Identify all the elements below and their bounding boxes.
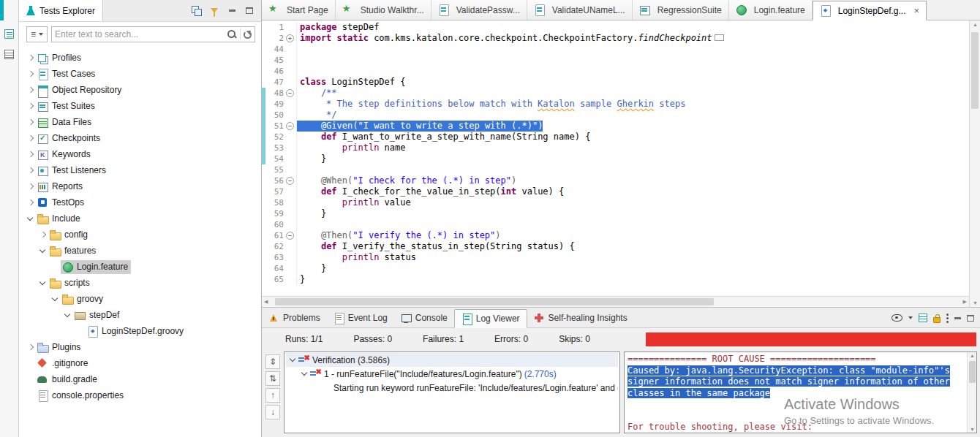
- tree-item-body[interactable]: .gitignore: [36, 357, 91, 370]
- collapse-all-button[interactable]: [189, 3, 204, 19]
- log-tree-panel[interactable]: Verification (3.586s)1 - runFeatureFile(…: [284, 352, 620, 433]
- tree-item-plugins[interactable]: Plugins: [19, 339, 261, 355]
- restore-grid-button[interactable]: [2, 47, 17, 61]
- tree-item-body[interactable]: config: [48, 228, 91, 242]
- editor-tab-validateunamel[interactable]: ValidateUNameL...: [527, 0, 633, 20]
- tree-item-body[interactable]: groovy: [61, 292, 106, 306]
- code-line[interactable]: 53 println name: [262, 142, 969, 153]
- search-icon[interactable]: [227, 29, 237, 39]
- tree-item-include[interactable]: Include: [19, 210, 261, 227]
- chevron-down-icon[interactable]: [25, 213, 36, 224]
- code-line[interactable]: 44: [262, 44, 969, 55]
- code-line[interactable]: 51− @Given("I want to write a step with …: [262, 121, 969, 132]
- editor-tab-login-feature[interactable]: Login.feature: [729, 0, 813, 20]
- console-scrollbar[interactable]: ▲ ▼: [967, 352, 976, 433]
- tree-item-scripts[interactable]: scripts: [19, 275, 261, 291]
- tree-item-body[interactable]: Reports: [36, 180, 86, 194]
- restore-explorer-button[interactable]: [2, 26, 17, 41]
- tree-item-groovy[interactable]: groovy: [19, 291, 261, 307]
- log-detail-panel[interactable]: =============== ROOT CAUSE =============…: [624, 352, 977, 433]
- chevron-down-icon[interactable]: [37, 278, 48, 289]
- tree-item-body[interactable]: Keywords: [36, 148, 94, 162]
- filter-button[interactable]: [207, 3, 222, 19]
- code-line[interactable]: 59 }: [262, 208, 969, 219]
- code-line[interactable]: 56− @When("I check for the (.*) in step"…: [262, 175, 969, 186]
- tree-item-loginstepdef-groovy[interactable]: LoginStepDef.groovy: [19, 323, 261, 339]
- tree-item-body[interactable]: stepDef: [73, 308, 122, 322]
- console-output[interactable]: =============== ROOT CAUSE =============…: [625, 352, 967, 433]
- tree-item-test-suites[interactable]: Test Suites: [19, 98, 261, 114]
- code-line[interactable]: 64 }: [262, 263, 969, 274]
- code-line[interactable]: 62 def I_verify_the_status_in_step(Strin…: [262, 241, 969, 252]
- chevron-down-icon[interactable]: [62, 310, 73, 321]
- tree-item-body[interactable]: Login.feature: [61, 260, 131, 274]
- bottom-tab-log-viewer[interactable]: Log Viewer: [454, 309, 527, 328]
- minimize-panel-icon[interactable]: [954, 317, 961, 319]
- tree-item-body[interactable]: scripts: [48, 276, 93, 290]
- tree-item-testops[interactable]: TestOps: [19, 194, 261, 210]
- eye-icon[interactable]: [892, 314, 902, 322]
- tree-item-profiles[interactable]: Profiles: [19, 50, 261, 66]
- tree-view-icon[interactable]: [919, 314, 927, 322]
- refresh-icon[interactable]: [244, 31, 252, 39]
- chevron-right-icon[interactable]: [37, 229, 48, 240]
- maximize-panel-icon[interactable]: [967, 315, 974, 322]
- chevron-right-icon[interactable]: [25, 149, 36, 160]
- scroll-down-icon[interactable]: ▼: [968, 427, 977, 432]
- log-tree-row[interactable]: Starting run keyword runFeatureFile: 'In…: [286, 381, 618, 395]
- code-line[interactable]: 63 println status: [262, 252, 969, 263]
- code-line[interactable]: 65}: [262, 274, 969, 285]
- chevron-down-icon[interactable]: [299, 368, 310, 379]
- code-editor[interactable]: 1package stepDef2+import static com.kms.…: [262, 20, 980, 307]
- chevron-right-icon[interactable]: [25, 117, 36, 128]
- tree-item-body[interactable]: console.properties: [36, 389, 127, 403]
- tree-item-features[interactable]: features: [19, 243, 261, 259]
- maximize-view-button[interactable]: [242, 3, 257, 19]
- tree-item-body[interactable]: Object Repository: [36, 83, 124, 97]
- log-tree-row[interactable]: 1 - runFeatureFile("Include/features/Log…: [286, 367, 618, 381]
- chevron-down-icon[interactable]: [50, 294, 61, 305]
- log-tree-row[interactable]: Verification (3.586s): [286, 353, 618, 367]
- tree-item-reports[interactable]: Reports: [19, 178, 261, 194]
- editor-tab-start-page[interactable]: Start Page: [262, 0, 336, 20]
- code-line[interactable]: 2+import static com.kms.katalon.core.che…: [262, 33, 969, 44]
- code-line[interactable]: 61− @Then("I verify the (.*) in step"): [262, 230, 969, 241]
- tree-item-checkpoints[interactable]: Checkpoints: [19, 130, 261, 146]
- code-line[interactable]: 52 def I_want_to_write_a_step_with_name(…: [262, 132, 969, 142]
- search-input[interactable]: [55, 29, 227, 39]
- fold-collapse-icon[interactable]: −: [286, 121, 297, 132]
- bottom-tab-console[interactable]: Console: [394, 308, 454, 327]
- code-line[interactable]: 1package stepDef: [262, 22, 969, 33]
- tree-item-body[interactable]: TestOps: [36, 196, 87, 210]
- chevron-right-icon[interactable]: [25, 342, 36, 353]
- tree-item-body[interactable]: Test Listeners: [36, 164, 109, 178]
- view-menu-chevron-icon[interactable]: [908, 316, 913, 319]
- code-line[interactable]: 45: [262, 55, 969, 66]
- code-line[interactable]: 55: [262, 164, 969, 175]
- tree-item-data-files[interactable]: Data Files: [19, 114, 261, 130]
- scroll-right-icon[interactable]: ▶: [963, 299, 967, 305]
- console-scroll-thumb[interactable]: [969, 361, 976, 383]
- editor-tab-studio-walkthr[interactable]: Studio Walkthr...: [336, 0, 431, 20]
- fold-collapse-icon[interactable]: −: [286, 230, 297, 241]
- chevron-down-icon[interactable]: [37, 246, 48, 256]
- tree-item-body[interactable]: build.gradle: [36, 373, 100, 387]
- vertical-scroll-thumb[interactable]: [971, 32, 979, 109]
- search-filter-dropdown[interactable]: ≡: [26, 26, 48, 42]
- tree-item-build-gradle[interactable]: build.gradle: [19, 371, 261, 387]
- tree-item-body[interactable]: Checkpoints: [36, 132, 103, 145]
- tree-item-config[interactable]: config: [19, 227, 261, 243]
- chevron-right-icon[interactable]: [25, 197, 36, 208]
- kebab-menu-icon[interactable]: [946, 314, 949, 316]
- expand-collapse-icon[interactable]: ⇕: [265, 354, 280, 369]
- lock-icon[interactable]: [933, 317, 941, 323]
- bottom-tab-problems[interactable]: Problems: [262, 308, 327, 327]
- fold-collapse-icon[interactable]: −: [286, 175, 297, 186]
- scroll-down-icon[interactable]: ▼: [970, 300, 980, 305]
- code-line[interactable]: 57 def I_check_for_the_value_in_step(int…: [262, 186, 969, 197]
- tree-item-test-cases[interactable]: Test Cases: [19, 66, 261, 82]
- tree-item-test-listeners[interactable]: Test Listeners: [19, 162, 261, 178]
- editor-tab-loginstepdef-g[interactable]: LoginStepDef.g...×: [813, 1, 927, 20]
- tree-item-body[interactable]: Include: [36, 212, 83, 226]
- tree-item-gitignore[interactable]: .gitignore: [19, 355, 261, 371]
